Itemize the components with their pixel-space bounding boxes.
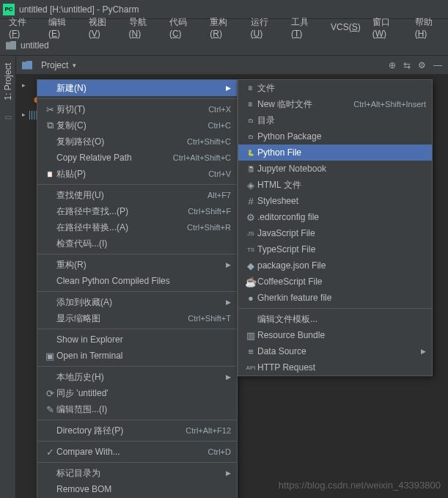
menu-item-icon: 🗀 bbox=[244, 133, 257, 140]
watermark: https://blog.csdn.net/weixin_43393800 bbox=[279, 480, 441, 491]
menu-item-icon: JS bbox=[244, 230, 257, 237]
submenu-item[interactable]: ●Gherkin feature file bbox=[238, 290, 432, 306]
menu-item-label: 标记目录为 bbox=[56, 467, 223, 480]
menu-item-label: Directory 路径(P) bbox=[56, 425, 186, 437]
menu-item-label: Jupyter Notebook bbox=[257, 164, 426, 174]
context-menu-item[interactable]: ✂剪切(T)Ctrl+X bbox=[37, 101, 237, 117]
submenu-item[interactable]: 🐍Python File bbox=[238, 144, 432, 161]
context-menu-item[interactable]: 复制路径(O)Ctrl+Shift+C bbox=[37, 133, 237, 150]
locate-icon[interactable]: ⊕ bbox=[389, 60, 396, 70]
menu-item-label: Copy Relative Path bbox=[56, 153, 173, 163]
hide-icon[interactable]: — bbox=[433, 60, 442, 70]
submenu-item[interactable]: ◈HTML 文件 bbox=[238, 177, 432, 193]
separator bbox=[37, 329, 237, 329]
context-menu-item[interactable]: 显示缩略图Ctrl+Shift+T bbox=[37, 310, 237, 326]
menu-item-icon: ☕ bbox=[244, 277, 257, 288]
menu-item[interactable]: 运行(U) bbox=[246, 15, 284, 40]
project-dropdown-label[interactable]: Project bbox=[41, 60, 68, 70]
sidebar-tab-project[interactable]: 1: Project bbox=[1, 59, 15, 105]
gear-icon[interactable]: ⚙ bbox=[418, 60, 426, 70]
submenu-item[interactable]: ◆package.json File bbox=[238, 257, 432, 274]
menu-item[interactable]: 代码(C) bbox=[165, 15, 202, 40]
context-menu-item[interactable]: 检查代码...(I) bbox=[37, 235, 237, 252]
submenu-item[interactable]: 编辑文件模板... bbox=[238, 311, 432, 327]
context-menu-item[interactable]: Remove BOM bbox=[37, 481, 237, 497]
menu-item-shortcut: Ctrl+Alt+Shift+Insert bbox=[353, 100, 426, 109]
structure-icon[interactable]: ▭ bbox=[4, 112, 12, 122]
chevron-down-icon[interactable]: ▾ bbox=[73, 62, 76, 69]
chevron-right-icon: ▶ bbox=[226, 373, 231, 381]
submenu-item[interactable]: 🗀Python Package bbox=[238, 128, 432, 144]
menu-item-label: 复制(C) bbox=[56, 120, 208, 132]
context-menu-item[interactable]: 查找使用(U)Alt+F7 bbox=[37, 187, 237, 203]
menu-item-label: 检查代码...(I) bbox=[56, 238, 231, 250]
menu-item-label: 本地历史(H) bbox=[56, 371, 223, 384]
submenu-item[interactable]: #Stylesheet bbox=[238, 193, 432, 209]
context-menu-item[interactable]: Copy Relative PathCtrl+Alt+Shift+C bbox=[37, 150, 237, 166]
menu-item-label: Show in Explorer bbox=[56, 334, 231, 345]
context-menu-item[interactable]: 新建(N)▶ bbox=[37, 80, 237, 96]
menu-item-label: HTML 文件 bbox=[257, 179, 426, 191]
menu-item-label: JavaScript File bbox=[257, 228, 426, 238]
context-menu-item[interactable]: 在路径中替换...(A)Ctrl+Shift+R bbox=[37, 219, 237, 235]
context-menu-item[interactable]: ▣Open in Terminal bbox=[37, 348, 237, 364]
breadcrumb-label[interactable]: untitled bbox=[21, 40, 49, 51]
context-menu: 新建(N)▶✂剪切(T)Ctrl+X⧉复制(C)Ctrl+C复制路径(O)Ctr… bbox=[37, 79, 238, 498]
submenu-item[interactable]: TSTypeScript File bbox=[238, 241, 432, 257]
context-menu-item[interactable]: ✓Compare With...Ctrl+D bbox=[37, 444, 237, 460]
menu-item[interactable]: 视图(V) bbox=[84, 15, 122, 40]
menu-item-label: Clean Python Compiled Files bbox=[56, 276, 231, 286]
context-menu-item[interactable]: Clean Python Compiled Files bbox=[37, 273, 237, 289]
menu-item-label: TypeScript File bbox=[257, 244, 426, 255]
context-menu-item[interactable]: 标记目录为▶ bbox=[37, 465, 237, 481]
menu-item-icon: 🐍 bbox=[244, 150, 257, 156]
submenu-item[interactable]: 🗎文件 bbox=[238, 80, 432, 96]
menu-item[interactable]: 导航(N) bbox=[125, 15, 162, 40]
context-menu-item[interactable]: 📋粘贴(P)Ctrl+V bbox=[37, 166, 237, 182]
submenu-item[interactable]: 📓Jupyter Notebook bbox=[238, 161, 432, 177]
submenu-item[interactable]: 🗀目录 bbox=[238, 112, 432, 128]
menu-item-icon: ◆ bbox=[244, 260, 257, 271]
menu-item[interactable]: 窗口(W) bbox=[368, 15, 408, 40]
submenu-item[interactable]: 🗎New 临时文件Ctrl+Alt+Shift+Insert bbox=[238, 96, 432, 112]
menu-item[interactable]: 编辑(E) bbox=[44, 15, 81, 40]
menu-item-label: Gherkin feature file bbox=[257, 293, 426, 303]
submenu-item[interactable]: JSJavaScript File bbox=[238, 225, 432, 241]
context-menu-item[interactable]: ⟳同步 'untitled' bbox=[37, 385, 237, 401]
menu-item[interactable]: 工具(T) bbox=[287, 15, 323, 40]
menu-item-icon: ⚙ bbox=[244, 212, 257, 223]
menu-item[interactable]: 帮助(H) bbox=[411, 15, 448, 40]
submenu-item[interactable]: ≡Data Source▶ bbox=[238, 343, 432, 359]
menu-item[interactable]: 重构(R) bbox=[205, 15, 243, 40]
menu-item-shortcut: Ctrl+Shift+F bbox=[188, 207, 231, 216]
context-menu-item[interactable]: Directory 路径(P)Ctrl+Alt+F12 bbox=[37, 422, 237, 439]
collapse-icon[interactable]: ⇆ bbox=[403, 60, 411, 70]
context-menu-item[interactable]: 在路径中查找...(P)Ctrl+Shift+F bbox=[37, 203, 237, 219]
separator bbox=[37, 420, 237, 420]
menu-item-shortcut: Ctrl+Shift+R bbox=[187, 223, 231, 232]
menu-item-icon: # bbox=[244, 196, 257, 207]
separator bbox=[37, 291, 237, 292]
menu-item-label: 编辑文件模板... bbox=[257, 313, 426, 326]
submenu-item[interactable]: ⚙.editorconfig file bbox=[238, 209, 432, 225]
context-menu-item[interactable]: 添加到收藏(A)▶ bbox=[37, 294, 237, 310]
menu-item-label: Resource Bundle bbox=[257, 330, 426, 340]
context-menu-item[interactable]: 重构(R)▶ bbox=[37, 257, 237, 273]
menu-item[interactable]: VCS(S) bbox=[326, 21, 365, 34]
menu-item-icon: ✂ bbox=[43, 104, 56, 115]
menu-item-label: 目录 bbox=[257, 114, 426, 127]
context-menu-item[interactable]: ⧉复制(C)Ctrl+C bbox=[37, 117, 237, 133]
app-icon: PC bbox=[3, 4, 15, 15]
submenu-item[interactable]: APIHTTP Request bbox=[238, 359, 432, 376]
context-menu-item[interactable]: 本地历史(H)▶ bbox=[37, 369, 237, 385]
menu-item-label: 编辑范围...(I) bbox=[56, 403, 231, 416]
submenu-item[interactable]: ▥Resource Bundle bbox=[238, 327, 432, 343]
menu-item-shortcut: Ctrl+C bbox=[208, 121, 231, 130]
submenu-item[interactable]: ☕CoffeeScript File bbox=[238, 274, 432, 290]
context-menu-item[interactable]: ✎编辑范围...(I) bbox=[37, 401, 237, 417]
menu-item[interactable]: 文件(F) bbox=[4, 15, 41, 40]
menu-item-label: 复制路径(O) bbox=[56, 136, 187, 148]
menu-item-label: 在路径中查找...(P) bbox=[56, 205, 188, 218]
menu-item-label: .editorconfig file bbox=[257, 212, 426, 222]
context-menu-item[interactable]: Show in Explorer bbox=[37, 332, 237, 348]
